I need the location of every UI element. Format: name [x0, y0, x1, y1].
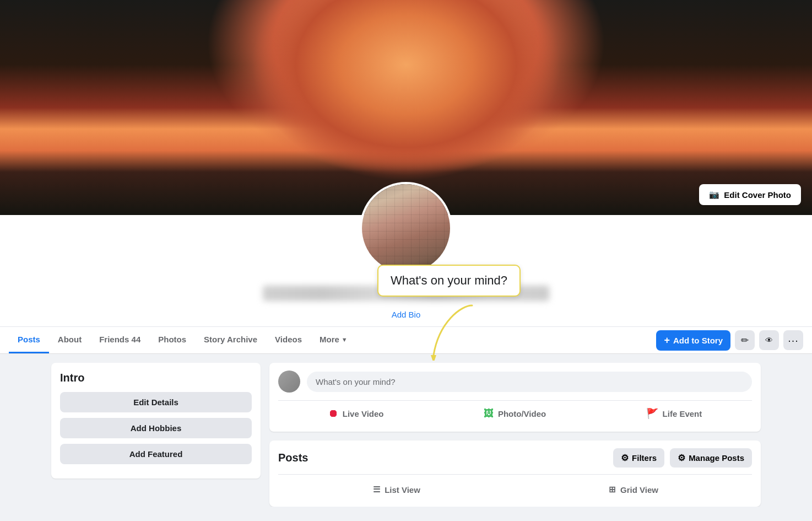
ellipsis-icon: ···: [788, 334, 799, 347]
edit-details-button[interactable]: Edit Details: [60, 392, 252, 412]
post-composer: What's on your mind? ⏺ Live Video 🖼 Phot…: [269, 363, 761, 432]
svg-marker-0: [431, 355, 436, 361]
filters-label: Filters: [632, 453, 657, 463]
photo-video-button[interactable]: 🖼 Photo/Video: [477, 403, 553, 424]
edit-details-label: Edit Details: [133, 398, 178, 407]
tooltip-callout: What's on your mind?: [377, 265, 521, 297]
live-video-icon: ⏺: [328, 408, 338, 420]
manage-posts-icon: ⚙: [678, 453, 685, 463]
life-event-label: Life Event: [663, 409, 702, 418]
add-to-story-button[interactable]: + Add to Story: [656, 330, 730, 351]
life-event-button[interactable]: 🚩 Life Event: [640, 403, 709, 424]
intro-card: Intro Edit Details Add Hobbies Add Featu…: [51, 363, 261, 479]
posts-header: Posts ⚙ Filters ⚙ Manage Posts: [278, 448, 752, 468]
live-video-label: Live Video: [343, 409, 384, 418]
add-featured-button[interactable]: Add Featured: [60, 444, 252, 464]
posts-section-title: Posts: [278, 452, 308, 464]
view-as-button[interactable]: 👁: [759, 330, 779, 350]
list-view-tab[interactable]: ☰ List View: [278, 480, 515, 499]
right-column: What's on your mind? ⏺ Live Video 🖼 Phot…: [269, 363, 761, 507]
photo-video-icon: 🖼: [484, 408, 494, 420]
live-video-button[interactable]: ⏺ Live Video: [322, 403, 391, 424]
chevron-down-icon: ▼: [342, 336, 348, 343]
add-bio-row: Add Bio: [0, 305, 812, 326]
composer-divider: [278, 400, 752, 401]
grid-view-tab[interactable]: ⊞ Grid View: [515, 480, 752, 499]
tab-videos[interactable]: Videos: [266, 327, 311, 353]
tooltip-text: What's on your mind?: [391, 273, 507, 287]
manage-posts-button[interactable]: ⚙ Manage Posts: [670, 448, 752, 468]
filters-button[interactable]: ⚙ Filters: [613, 448, 664, 468]
composer-top: What's on your mind?: [278, 370, 752, 393]
nav-actions: + Add to Story ✏ 👁 ···: [656, 330, 803, 351]
list-view-label: List View: [385, 485, 420, 495]
manage-posts-label: Manage Posts: [689, 453, 744, 463]
posts-section: Posts ⚙ Filters ⚙ Manage Posts: [269, 441, 761, 507]
tab-more[interactable]: More ▼: [311, 327, 356, 353]
life-event-icon: 🚩: [646, 407, 658, 420]
view-tabs: ☰ List View ⊞ Grid View: [278, 474, 752, 499]
grid-view-label: Grid View: [620, 485, 658, 495]
list-view-icon: ☰: [373, 485, 380, 495]
page-wrapper: 📷 Edit Cover Photo Add Bio Posts About: [0, 0, 812, 507]
grid-view-icon: ⊞: [609, 485, 616, 495]
avatar[interactable]: [360, 182, 452, 275]
add-bio-link[interactable]: Add Bio: [392, 310, 421, 319]
pencil-icon: ✏: [741, 335, 749, 346]
add-hobbies-button[interactable]: Add Hobbies: [60, 418, 252, 438]
avatar-image: [362, 184, 450, 272]
edit-profile-button[interactable]: ✏: [735, 330, 755, 350]
tab-posts[interactable]: Posts: [9, 327, 49, 353]
add-featured-label: Add Featured: [129, 449, 183, 459]
tab-photos[interactable]: Photos: [149, 327, 195, 353]
more-options-button[interactable]: ···: [783, 330, 803, 350]
intro-title: Intro: [60, 372, 252, 384]
tab-about[interactable]: About: [49, 327, 90, 353]
profile-nav: Posts About Friends 44 Photos Story Arch…: [0, 326, 812, 353]
composer-actions: ⏺ Live Video 🖼 Photo/Video 🚩 Life Event: [278, 403, 752, 424]
main-content: Intro Edit Details Add Hobbies Add Featu…: [42, 363, 770, 507]
plus-icon: +: [664, 335, 670, 346]
add-to-story-label: Add to Story: [673, 336, 723, 345]
eye-icon: 👁: [765, 336, 773, 345]
tab-story-archive[interactable]: Story Archive: [195, 327, 266, 353]
nav-tabs: Posts About Friends 44 Photos Story Arch…: [9, 327, 654, 353]
filters-icon: ⚙: [621, 453, 629, 463]
add-hobbies-label: Add Hobbies: [131, 423, 182, 433]
tooltip-arrow: [428, 300, 494, 363]
tab-friends[interactable]: Friends 44: [90, 327, 149, 353]
left-column: Intro Edit Details Add Hobbies Add Featu…: [51, 363, 261, 507]
composer-avatar: [278, 370, 300, 393]
posts-actions: ⚙ Filters ⚙ Manage Posts: [613, 448, 752, 468]
photo-video-label: Photo/Video: [498, 409, 546, 418]
composer-input[interactable]: What's on your mind?: [307, 372, 752, 392]
